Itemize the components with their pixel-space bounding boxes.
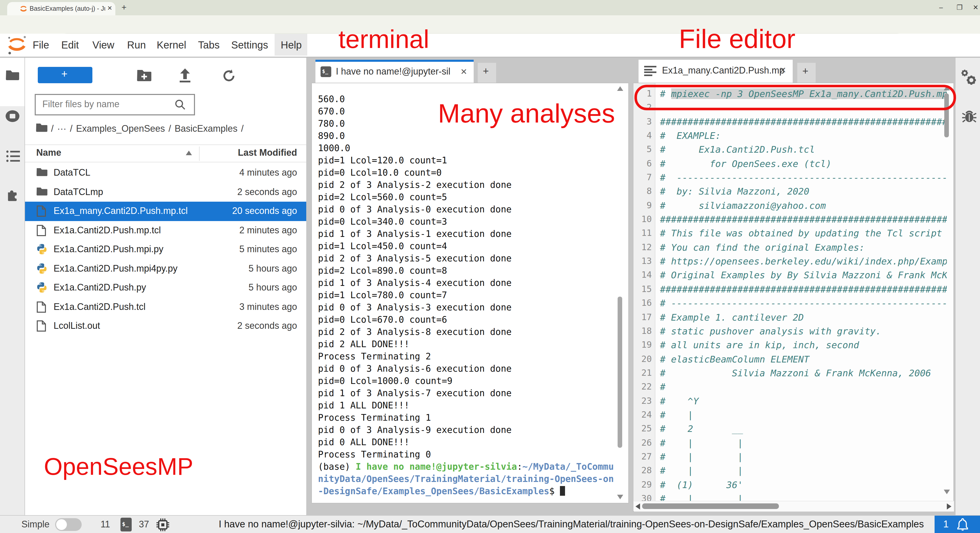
menu-item-file[interactable]: File [33,39,49,51]
file-row[interactable]: Ex1a.Canti2D.Push.py5 hours ago [25,278,306,298]
file-row[interactable]: Ex1a.Canti2D.Push.tcl3 minutes ago [25,298,306,317]
menu-item-view[interactable]: View [92,39,115,51]
breadcrumb-part[interactable]: / [241,124,243,134]
terminal-scrollbar[interactable] [617,297,622,448]
annotation-file-editor: File editor [679,24,795,54]
breadcrumb-part[interactable]: BasicExamples [175,124,237,134]
menu-item-tabs[interactable]: Tabs [198,39,220,51]
breadcrumb-part[interactable]: / [70,124,73,134]
menu-item-settings[interactable]: Settings [231,39,268,51]
kernel-chip-icon[interactable] [156,518,169,531]
terminal-icon: $_ [321,66,331,77]
browser-tabbar: BasicExamples (auto-j) - Jupyte ✕ + – ❐ … [0,0,980,15]
terminal-scroll-up-icon[interactable] [617,86,623,91]
editor-hscroll-thumb[interactable] [642,503,779,509]
annotation-many-analyses: Many analyses [438,98,615,129]
filter-placeholder: Filter files by name [42,99,119,110]
running-sessions-icon[interactable] [5,110,20,123]
file-browser-panel: + Filter files by name [25,58,306,515]
annotation-openseesmp: OpenSeesMP [44,452,193,480]
search-icon [175,99,186,110]
notification-badge[interactable]: 1 [935,515,980,533]
file-row[interactable]: DataTCLmp2 seconds ago [25,183,306,202]
terminals-count: 11 [100,519,110,530]
new-tab-icon[interactable]: + [121,3,127,13]
right-sidebar [955,58,980,515]
editor-tab-close-icon[interactable]: ✕ [780,65,786,75]
menu-item-help[interactable]: Help [281,39,302,51]
editor-new-tab[interactable]: + [797,63,816,83]
text-editor-icon [644,66,657,76]
column-header-modified[interactable]: Last Modified [25,148,297,158]
window-minimize-icon[interactable]: – [939,3,943,11]
jupyter-favicon [19,5,27,13]
editor-scroll-right-icon[interactable] [947,503,951,509]
simple-mode-label: Simple [21,519,49,530]
menu-item-run[interactable]: Run [127,39,146,51]
refresh-icon[interactable] [222,69,236,83]
menu-item-edit[interactable]: Edit [61,39,79,51]
jupyterlab-menubar: FileEditViewRunKernelTabsSettingsHelp [0,34,980,58]
breadcrumb-part[interactable]: ··· [57,124,66,134]
terminal-panel[interactable]: 560.0670.0780.0890.01000.0pid=1 Lcol=120… [311,83,629,503]
filter-files-input[interactable]: Filter files by name [35,94,195,115]
file-modified: 2 minutes ago [25,225,297,235]
editor-scroll-left-icon[interactable] [635,503,640,509]
status-bar: Simple 11 $_ 37 I have no name!@jupyter-… [0,515,980,533]
breadcrumb-part[interactable]: Examples_OpenSees [76,124,165,134]
tab-close-icon[interactable]: ✕ [107,5,112,12]
breadcrumb[interactable]: /···/Examples_OpenSees/BasicExamples/ [51,124,247,134]
editor-scrollbar-horizontal[interactable] [634,501,954,512]
file-row[interactable]: Ex1a.Canti2D.Push.mpi4py.py5 hours ago [25,259,306,278]
left-sidebar-active [0,58,25,106]
editor-scroll-down-icon[interactable] [944,490,950,494]
file-row[interactable]: LcolList.out2 seconds ago [25,317,306,336]
file-modified: 3 minutes ago [25,301,297,312]
terminal-new-tab[interactable]: + [478,63,496,83]
file-modified: 20 seconds ago [25,206,297,216]
terminal-cursor [560,486,565,496]
file-row[interactable]: Ex1a.Canti2D.Push.mp.tcl2 minutes ago [25,221,306,240]
jupyter-logo [6,35,27,56]
terminal-output: 560.0670.0780.0890.01000.0pid=1 Lcol=120… [318,93,614,497]
debugger-icon[interactable] [962,109,977,124]
file-modified: 5 hours ago [25,263,297,274]
editor-tab-label: Ex1a_many.Canti2D.Push.mp [662,65,784,76]
window-restore-icon[interactable]: ❐ [956,3,963,11]
breadcrumb-part[interactable]: / [51,124,54,134]
file-modified: 5 hours ago [25,282,297,293]
table-of-contents-icon[interactable] [6,150,20,163]
editor-tab[interactable]: Ex1a_many.Canti2D.Push.mp ✕ [638,60,793,83]
breadcrumb-part[interactable]: / [169,124,171,134]
file-modified: 4 minutes ago [25,167,297,178]
file-row[interactable]: Ex1a.Canti2D.Push.mpi.py5 minutes ago [25,240,306,259]
file-browser-icon[interactable] [6,69,19,81]
browser-tab[interactable]: BasicExamples (auto-j) - Jupyte ✕ [7,2,115,15]
file-modified: 2 seconds ago [25,186,297,197]
terminal-tab[interactable]: $_ I have no name!@jupyter-sil ✕ [315,60,474,83]
terminal-scroll-down-icon[interactable] [617,495,623,499]
browser-tab-title: BasicExamples (auto-j) - Jupyte [30,5,105,12]
file-row[interactable]: Ex1a_many.Canti2D.Push.mp.tcl20 seconds … [25,202,306,221]
notification-count: 1 [943,519,948,530]
file-modified: 5 minutes ago [25,244,297,255]
upload-icon[interactable] [178,68,192,83]
editor-code[interactable]: 1# mpiexec -np 3 OpenSeesMP Ex1a_many.Ca… [633,87,947,506]
left-sidebar [0,58,25,515]
terminal-status-icon[interactable]: $_ [121,518,132,531]
property-inspector-icon[interactable] [959,69,977,87]
new-launcher-button[interactable]: + [38,67,92,83]
bell-icon [956,518,969,531]
menu-item-kernel[interactable]: Kernel [157,39,186,51]
extension-manager-icon[interactable] [6,189,20,204]
terminal-tab-close-icon[interactable]: ✕ [460,67,467,76]
window-close-icon[interactable]: ✕ [973,3,978,11]
editor-panel[interactable]: 1# mpiexec -np 3 OpenSeesMP Ex1a_many.Ca… [633,83,954,512]
file-row[interactable]: DataTCL4 minutes ago [25,163,306,183]
annotation-highlight-box [635,85,956,110]
home-folder-icon[interactable] [36,123,48,132]
screenshot: BasicExamples (auto-j) - Jupyte ✕ + – ❐ … [0,0,980,533]
new-folder-icon[interactable] [137,69,151,82]
browser-urlbar: ← → ⟳ jupyter.designsafe-ci.org/user/sil… [0,15,980,34]
simple-mode-toggle[interactable] [55,518,82,531]
